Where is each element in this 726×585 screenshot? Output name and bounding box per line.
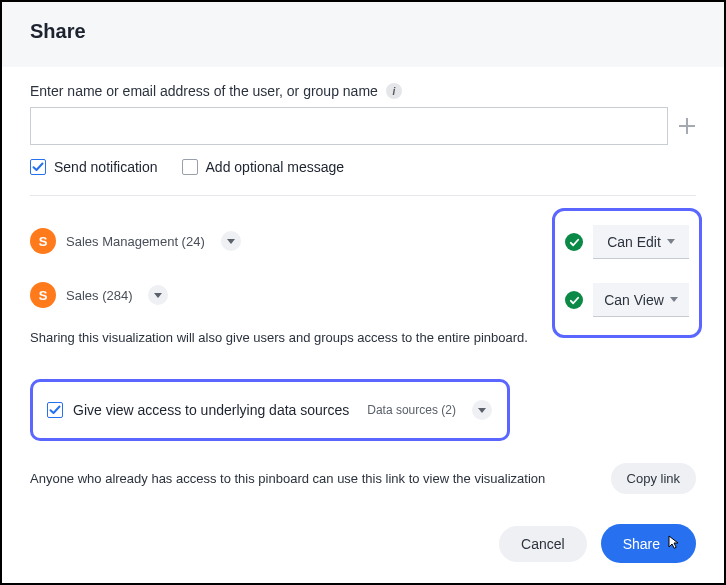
recipient-label: Enter name or email address of the user,… [30, 83, 378, 99]
group-name: Sales Management (24) [66, 234, 205, 249]
group-expand-button[interactable] [221, 231, 241, 251]
data-sources-checkbox[interactable] [47, 402, 63, 418]
send-notification-label: Send notification [54, 159, 158, 175]
divider [30, 195, 696, 196]
group-name: Sales (284) [66, 288, 132, 303]
check-circle-icon [565, 233, 583, 251]
permission-value: Can Edit [607, 234, 661, 250]
chevron-down-icon [154, 293, 162, 298]
check-circle-icon [565, 291, 583, 309]
data-sources-section: Give view access to underlying data sour… [30, 379, 510, 441]
avatar: S [30, 282, 56, 308]
info-icon[interactable]: i [386, 83, 402, 99]
cancel-button[interactable]: Cancel [499, 526, 587, 562]
optional-message-checkbox[interactable]: Add optional message [182, 159, 345, 175]
send-notification-checkbox[interactable]: Send notification [30, 159, 158, 175]
share-button-label: Share [623, 536, 660, 552]
permission-value: Can View [604, 292, 664, 308]
data-sources-expand-button[interactable] [472, 400, 492, 420]
add-recipient-button[interactable] [678, 117, 696, 135]
dialog-footer: Cancel Share [499, 524, 696, 563]
optional-message-label: Add optional message [206, 159, 345, 175]
copy-link-button[interactable]: Copy link [611, 463, 696, 494]
cursor-icon [666, 534, 682, 553]
chevron-down-icon [670, 297, 678, 302]
data-sources-label: Give view access to underlying data sour… [73, 402, 349, 418]
share-button[interactable]: Share [601, 524, 696, 563]
dialog-header: Share [2, 2, 724, 67]
permissions-highlight: Can Edit Can View [552, 208, 702, 338]
share-link-text: Anyone who already has access to this pi… [30, 471, 545, 486]
permission-select[interactable]: Can View [593, 283, 689, 317]
share-dialog: Share Enter name or email address of the… [0, 0, 726, 585]
dialog-title: Share [30, 20, 696, 43]
chevron-down-icon [667, 239, 675, 244]
permission-select[interactable]: Can Edit [593, 225, 689, 259]
chevron-down-icon [227, 239, 235, 244]
data-sources-count: Data sources (2) [367, 403, 456, 417]
recipient-input[interactable] [30, 107, 668, 145]
group-expand-button[interactable] [148, 285, 168, 305]
avatar: S [30, 228, 56, 254]
chevron-down-icon [478, 408, 486, 413]
